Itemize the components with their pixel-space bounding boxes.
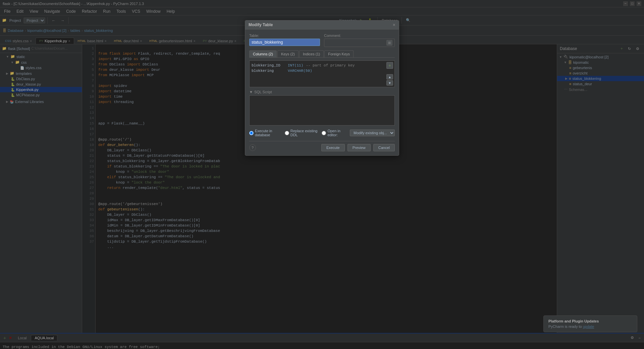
col-name-1: blokkering_ID xyxy=(252,63,285,67)
modal-cancel-btn[interactable]: Cancel xyxy=(373,144,395,151)
modal-tabs: Columns (2) Keys (2) Indices (1) Foreign… xyxy=(249,50,395,58)
modal-title-bar: Modify Table × xyxy=(245,20,399,30)
modal-sql-section: ▼ SQL Script xyxy=(249,90,395,126)
modal-table-label: Table: xyxy=(249,34,320,38)
modal-tab-keys[interactable]: Keys (2) xyxy=(277,50,299,57)
modal-arrow-up-btn[interactable]: ▲ xyxy=(386,74,393,80)
modal-title: Modify Table xyxy=(249,22,273,27)
modal-tab-columns[interactable]: Columns (2) xyxy=(249,50,277,57)
modal-comment-label: Comment: xyxy=(324,34,395,38)
modal-add-column-btn[interactable]: + xyxy=(386,62,393,69)
modal-radio-open-editor[interactable]: Open in editor: xyxy=(322,129,346,137)
modal-comment-input: ⊞ xyxy=(324,39,395,47)
comment-expand-btn[interactable]: ⊞ xyxy=(386,40,392,46)
modal-table-field: Table: xyxy=(249,34,320,46)
modal-overlay: Modify Table × Table: Comment: ⊞ xyxy=(0,0,644,349)
modal-table-input[interactable] xyxy=(249,39,320,46)
modal-options-row: Execute in database Replace existing DDL… xyxy=(249,129,395,137)
modal-column-row-2: blokkering VARCHAR(50) xyxy=(252,68,392,73)
modal-preview-btn[interactable]: Preview xyxy=(347,144,371,151)
modal-table-row: Table: Comment: ⊞ xyxy=(249,34,395,47)
modal-footer: ? Execute Preview Cancel xyxy=(249,141,395,151)
modal-execute-btn[interactable]: Execute xyxy=(321,144,345,151)
modal-help-btn[interactable]: ? xyxy=(249,144,256,151)
col-name-2: blokkering xyxy=(252,69,285,73)
radio-open-editor[interactable] xyxy=(322,131,326,135)
modal-arrows: ▲ ▼ xyxy=(386,74,393,86)
modal-radio-execute[interactable]: Execute in database xyxy=(249,129,281,137)
modal-sql-label[interactable]: ▼ SQL Script xyxy=(249,90,395,94)
modal-arrow-down-btn[interactable]: ▼ xyxy=(386,80,393,86)
modal-radio-replace[interactable]: Replace existing DDL xyxy=(285,129,318,137)
modal-body: Table: Comment: ⊞ Columns (2) Keys (2) I… xyxy=(245,30,399,155)
col-comment-1: -- part of primary key xyxy=(306,63,355,67)
modal-modify-select[interactable]: Modify existing obj... xyxy=(350,130,395,136)
modal-sql-area xyxy=(249,95,395,126)
modal-column-row-1: blokkering_ID INT(11) -- part of primary… xyxy=(252,63,392,68)
modify-table-dialog: Modify Table × Table: Comment: ⊞ xyxy=(245,20,399,156)
radio-execute[interactable] xyxy=(249,131,254,135)
radio-replace[interactable] xyxy=(285,131,289,135)
modal-tab-indices[interactable]: Indices (1) xyxy=(299,50,324,57)
col-type-1: INT(11) xyxy=(288,63,303,67)
modal-columns-area: blokkering_ID INT(11) -- part of primary… xyxy=(249,60,395,87)
sql-collapse-arrow: ▼ xyxy=(249,90,253,94)
modal-comment-field: Comment: ⊞ xyxy=(324,34,395,47)
modal-tab-foreign-keys[interactable]: Foreign Keys xyxy=(324,50,354,57)
col-type-2: VARCHAR(50) xyxy=(288,69,312,73)
modal-close-button[interactable]: × xyxy=(393,22,395,27)
